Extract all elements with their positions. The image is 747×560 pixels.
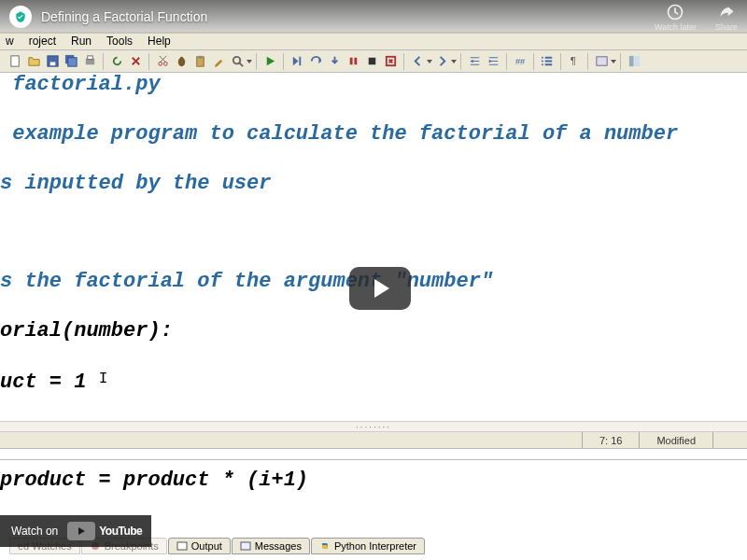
svg-rect-25 [596,57,606,65]
code-line [0,220,747,245]
svg-point-23 [541,63,543,65]
menu-item-run[interactable]: Run [63,33,99,49]
pilcrow-icon[interactable]: ¶ [566,53,583,70]
watch-on-label: Watch on [11,525,58,538]
tab-messages[interactable]: Messages [232,538,310,554]
youtube-logo-icon: YouTube [65,522,142,540]
svg-point-21 [541,57,543,59]
splitter-handle[interactable]: ········ [0,421,747,432]
watch-on-youtube-button[interactable]: Watch on YouTube [0,515,151,547]
watch-later-button[interactable]: Watch later [655,3,697,32]
find-icon[interactable] [229,53,246,70]
dropdown-icon[interactable] [451,54,457,69]
tab-output[interactable]: Output [168,538,231,554]
svg-rect-27 [634,56,640,66]
share-label: Share [715,22,738,32]
code-line: orial(number): [0,319,747,343]
svg-rect-16 [349,58,352,65]
dropdown-icon[interactable] [427,54,432,69]
svg-point-22 [541,61,543,63]
text-cursor-icon [99,369,100,387]
play-button[interactable] [349,267,411,310]
stop-icon[interactable] [363,53,380,70]
menu-item-tools[interactable]: Tools [99,33,140,49]
sync-icon[interactable] [108,53,125,70]
svg-point-11 [179,57,183,61]
step-over-icon[interactable] [307,53,324,70]
dropdown-icon[interactable] [611,54,616,69]
forward-icon[interactable] [433,53,450,70]
back-icon[interactable] [409,53,426,70]
step-into-icon[interactable] [326,53,343,70]
svg-rect-5 [67,58,76,66]
svg-rect-1 [10,56,18,66]
code-line: factorial.py [0,73,747,97]
brush-icon[interactable] [210,53,227,70]
dropdown-icon[interactable] [247,54,252,69]
comment-icon[interactable]: ## [512,53,529,70]
channel-logo-icon[interactable] [9,6,32,28]
share-button[interactable]: Share [715,3,738,32]
svg-rect-13 [198,56,202,59]
svg-rect-30 [241,542,250,550]
run-icon[interactable] [261,53,278,70]
menu-item[interactable]: w [4,33,21,49]
break-icon[interactable] [345,53,361,70]
watch-later-label: Watch later [655,22,697,32]
cursor-position: 7: 16 [582,432,639,448]
paste-icon[interactable] [191,53,208,70]
youtube-top-bar: Defining a Factorial Function Watch late… [0,0,747,34]
code-line: uct = 1 [0,369,747,395]
svg-point-9 [163,62,167,65]
cut-icon[interactable] [154,53,171,70]
svg-text:##: ## [514,57,525,66]
svg-rect-3 [49,62,55,65]
svg-rect-18 [368,58,375,65]
menu-item-help[interactable]: Help [140,33,178,49]
outdent-icon[interactable] [466,53,483,70]
code-line: example program to calculate the factori… [0,122,747,147]
code-editor[interactable]: factorial.py example program to calculat… [0,73,747,560]
svg-rect-17 [354,58,357,65]
svg-rect-7 [87,56,92,60]
svg-text:¶: ¶ [570,55,575,66]
exit-icon[interactable] [382,53,399,70]
code-line: product = product * (i+1) [0,469,747,493]
close-icon[interactable] [127,53,144,70]
panel-area [0,449,747,460]
list-icon[interactable] [539,53,556,70]
config-icon[interactable] [593,53,610,70]
indent-icon[interactable] [485,53,501,70]
svg-rect-15 [299,57,301,65]
menu-item[interactable]: roject [21,33,63,49]
video-title[interactable]: Defining a Factorial Function [41,9,655,24]
bug-icon[interactable] [173,53,190,70]
save-all-icon[interactable] [63,53,79,70]
svg-rect-29 [177,542,187,550]
new-file-icon[interactable] [7,53,23,70]
print-icon[interactable] [81,53,98,70]
layout-icon[interactable] [626,53,642,70]
file-state: Modified [639,432,712,448]
save-icon[interactable] [44,53,61,70]
svg-rect-26 [628,56,633,66]
svg-point-8 [158,62,162,65]
svg-point-14 [233,57,240,64]
step-icon[interactable] [289,53,305,70]
tab-python-interpreter[interactable]: Python Interpreter [311,538,425,554]
status-bar: 7: 16 Modified [0,432,747,449]
open-icon[interactable] [25,53,42,70]
menu-bar: w roject Run Tools Help [0,32,747,50]
code-line: s inputted by the user [0,172,747,196]
toolbar: ## ¶ [0,50,747,73]
